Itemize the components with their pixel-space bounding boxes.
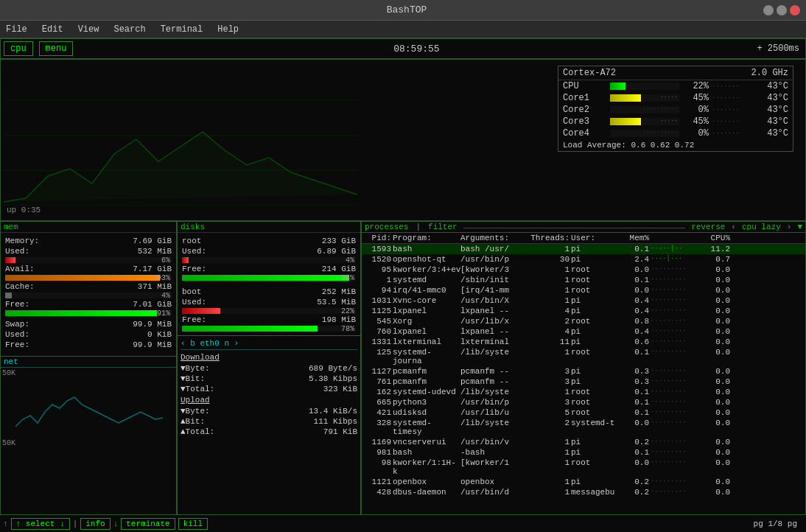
kill-button[interactable]: kill	[178, 518, 208, 530]
menu-file[interactable]: File	[3, 23, 30, 36]
table-row[interactable]: 1169 vncserverui /usr/bin/v 1 pi 0.2 ···…	[362, 437, 805, 447]
graph-4: ·········	[651, 286, 702, 295]
table-row[interactable]: 94 irq/41-mmc0 [irq/41-mm 1 root 0.0 ···…	[362, 285, 805, 295]
table-row[interactable]: 428 dbus-daemon /usr/bin/d 1 messagebu 0…	[362, 487, 805, 497]
mem-swap-used-value: 0 KiB	[147, 330, 172, 339]
args-16: /lib/syste	[460, 419, 527, 436]
table-row[interactable]: 1127 pcmanfm pcmanfm -- 3 pi 0.3 ·······…	[362, 366, 805, 377]
disk-root-label: root	[182, 237, 201, 245]
cpu-12: 0.0	[704, 377, 730, 386]
proc-tab-filter[interactable]: filter	[428, 223, 458, 231]
cpu-core-name-3: Core3	[563, 116, 607, 127]
cpu-10: 0.0	[704, 348, 730, 365]
args-11: pcmanfm --	[460, 367, 527, 376]
thr-6: 4	[528, 307, 570, 315]
user-9: pi	[571, 337, 618, 346]
mem-used-bar-fill	[5, 257, 15, 263]
table-row[interactable]: 98 kworker/1:1H-k [kworker/1 1 root 0.0 …	[362, 458, 805, 477]
table-row[interactable]: 761 pcmanfm pcmanfm -- 3 pi 0.3 ········…	[362, 377, 805, 387]
pid-20: 1121	[365, 477, 391, 486]
menu-terminal[interactable]: Terminal	[158, 23, 206, 36]
cpu-core-name-4: Core4	[563, 128, 607, 139]
cpu-0: 11.2	[704, 245, 730, 253]
table-row[interactable]: 1593 bash bash /usr/ 1 pi 0.1 ·····|·· 1…	[362, 244, 805, 254]
select-button[interactable]: ↑ select ↓	[11, 518, 70, 530]
disk-root-free-bar-fill	[182, 275, 349, 281]
proc-tab-reverse[interactable]: reverse	[691, 223, 725, 231]
cpu-bar-dots-1: ·····	[660, 94, 678, 100]
cpu-bar-dots-3: ·····	[660, 117, 678, 124]
mem-swap-row: Swap: 99.9 MiB	[4, 319, 173, 329]
thr-5: 1	[528, 296, 570, 305]
maximize-button[interactable]	[777, 5, 787, 15]
table-row[interactable]: 328 systemd-timesy /lib/syste 2 systemd-…	[362, 418, 805, 437]
table-row[interactable]: 760 lxpanel lxpanel -- 4 pi 0.4 ········…	[362, 326, 805, 337]
disk-root-free-row: Free: 214 GiB	[181, 264, 357, 274]
table-row[interactable]: 162 systemd-udevd /lib/syste 1 root 0.1 …	[362, 387, 805, 397]
prog-10: systemd-journa	[393, 348, 459, 365]
menu-help[interactable]: Help	[214, 23, 242, 36]
table-row[interactable]: 1125 lxpanel lxpanel -- 4 pi 0.4 ·······…	[362, 306, 805, 316]
disk-panel: disks root 233 GiB Used: 6.89 GiB 4% Fre…	[177, 221, 361, 528]
table-row[interactable]: 95 kworker/3:4+ev [kworker/3 1 root 0.0 …	[362, 265, 805, 275]
table-row[interactable]: 125 systemd-journa /lib/syste 1 root 0.1…	[362, 347, 805, 366]
proc-tab-processes[interactable]: processes	[365, 223, 408, 231]
pid-8: 760	[365, 327, 391, 336]
table-row[interactable]: 1 systemd /sbin/init 1 root 0.1 ········…	[362, 275, 805, 285]
mem-1: 2.4	[620, 255, 649, 264]
prog-0: bash	[393, 245, 459, 253]
prog-20: openbox	[393, 477, 459, 486]
mem-free-label: Free:	[5, 300, 29, 309]
processor-name: Cortex-A72	[563, 68, 616, 78]
prog-14: python3	[393, 398, 459, 407]
cpu-bar-fill-3	[610, 118, 641, 125]
cpu-dots-0: ·······	[712, 83, 756, 90]
menu-edit[interactable]: Edit	[39, 23, 66, 36]
cpu-11: 0.0	[704, 367, 730, 376]
user-8: pi	[571, 327, 618, 336]
table-row[interactable]: 421 udisksd /usr/lib/u 5 root 0.1 ······…	[362, 407, 805, 418]
graph-12: ·········	[651, 377, 702, 386]
mem-cache-pct: 4%	[161, 292, 170, 300]
col-pid-header: Pid:	[365, 234, 391, 242]
cpu-pct-4: 0%	[682, 128, 709, 139]
close-button[interactable]	[790, 5, 800, 15]
terminate-button[interactable]: terminate	[121, 518, 175, 530]
mem-cache-label: Cache:	[5, 282, 35, 291]
tab-cpu[interactable]: cpu	[4, 41, 33, 56]
table-row[interactable]: 545 Xorg /usr/lib/x 2 root 0.8 ·········…	[362, 316, 805, 326]
minimize-button[interactable]	[763, 5, 774, 15]
cpu-temp-0: 43°C	[759, 81, 788, 91]
cpu-pct-2: 0%	[682, 105, 709, 115]
col-prog-header: Program:	[393, 234, 459, 242]
cpu-info-box: Cortex-A72 2.0 GHz CPU 22% ······· 43°C …	[558, 66, 793, 152]
user-2: root	[571, 265, 618, 274]
table-row[interactable]: 665 python3 /usr/bin/p 3 root 0.1 ······…	[362, 397, 805, 407]
col-mem-header: Mem%	[620, 234, 649, 242]
proc-tab-cpu[interactable]: cpu lazy	[742, 223, 781, 231]
thr-14: 3	[528, 398, 570, 407]
table-row[interactable]: 981 bash -bash 1 pi 0.1 ········· 0.0	[362, 447, 805, 458]
args-21: /usr/bin/d	[460, 488, 527, 497]
thr-10: 1	[528, 348, 570, 365]
tab-menu[interactable]: menu	[39, 41, 74, 56]
thr-16: 2	[528, 419, 570, 436]
menu-search[interactable]: Search	[111, 23, 148, 36]
table-row[interactable]: 1520 openshot-qt /usr/bin/p 30 pi 2.4 ··…	[362, 254, 805, 265]
disk-boot-total: 252 MiB	[322, 287, 356, 296]
mem-5: 0.4	[620, 296, 649, 305]
window-controls[interactable]	[763, 5, 800, 15]
menu-view[interactable]: View	[75, 23, 102, 36]
mem-avail-row: Avail: 7.17 GiB	[4, 264, 173, 274]
args-5: /usr/bin/X	[460, 296, 527, 305]
disk-root-total: 233 GiB	[322, 237, 356, 245]
info-button[interactable]: info	[80, 518, 110, 530]
net-interface: ‹ b eth0 n ›	[181, 339, 239, 348]
table-row[interactable]: 1331 lxterminal lxterminal 11 pi 0.6 ···…	[362, 337, 805, 347]
cpu-6: 0.0	[704, 307, 730, 315]
net-dl-bit-label: ▼Bit:	[181, 374, 205, 383]
pid-4: 94	[365, 286, 391, 295]
cpu-row-4: Core4 ·········· 0% ······· 43°C	[558, 127, 793, 139]
table-row[interactable]: 1121 openbox openbox 1 pi 0.2 ········· …	[362, 477, 805, 487]
table-row[interactable]: 1031 Xvnc-core /usr/bin/X 1 pi 0.4 ·····…	[362, 295, 805, 306]
